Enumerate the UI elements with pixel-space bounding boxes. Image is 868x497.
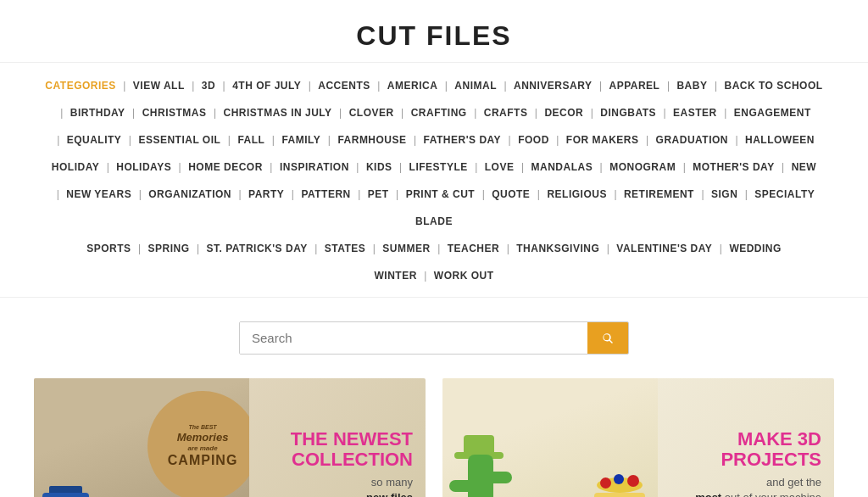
card-left-image: The BEST Memories are made CAMPING [34,378,249,497]
cards-section: The BEST Memories are made CAMPING THE N… [0,378,868,497]
nav-item-organization[interactable]: ORGANIZATION [148,188,231,200]
nav-item-thanksgiving[interactable]: THANKSGIVING [516,243,599,254]
card-left-text: THE NEWEST COLLECTION so many new files [237,378,426,497]
nav-item-family[interactable]: FAMILY [281,134,320,146]
nav-item-4th[interactable]: 4TH OF JULY [232,80,301,92]
nav-item-food[interactable]: FOOD [518,134,549,146]
cactus-bg [442,378,658,497]
camping-circle: The BEST Memories are made CAMPING [147,391,249,497]
nav-item-kids[interactable]: KIDS [366,161,392,173]
nav-item-mothersday[interactable]: MOTHER'S DAY [693,161,774,173]
nav-item-love[interactable]: LOVE [485,161,515,173]
card-left-heading: THE NEWEST COLLECTION [242,429,413,470]
nav-item-categories[interactable]: CATEGORIES [45,80,115,92]
nav-item-sign[interactable]: SIGN [711,188,737,200]
nav-item-halloween[interactable]: HALLOWEEN [745,134,815,146]
nav-item-america[interactable]: AMERICA [387,80,438,92]
search-button[interactable] [587,322,628,354]
nav-item-winter[interactable]: WINTER [374,270,416,282]
nav-item-viewall[interactable]: VIEW ALL [133,80,185,92]
nav-item-stpatricks[interactable]: ST. PATRICK'S DAY [207,243,308,254]
nav-item-clover[interactable]: CLOVER [349,107,394,119]
card-right-image [442,378,658,497]
nav-item-sports[interactable]: SPORTS [86,243,131,254]
page-title: CUT FILES [17,20,851,52]
nav-item-formakers[interactable]: FOR MAKERS [566,134,639,146]
nav-item-summer[interactable]: SUMMER [382,243,430,254]
nav-item-newyears[interactable]: NEW YEARS [66,188,131,200]
search-section [0,298,868,378]
nav-item-3d[interactable]: 3D [202,80,215,92]
search-container [239,321,629,355]
camping-bg: The BEST Memories are made CAMPING [34,378,249,497]
nav-item-retirement[interactable]: RETIREMENT [624,188,694,200]
hat-top [464,435,494,452]
nav-item-graduation[interactable]: GRADUATION [656,134,728,146]
nav-item-pet[interactable]: PET [368,188,389,200]
nav-item-engagement[interactable]: ENGAGEMENT [734,107,811,119]
nav-item-new[interactable]: NEW [792,161,817,173]
nav-sep: | [123,80,125,92]
card-right-subtext: and get the most out of your machine [650,475,821,497]
nav-item-printcut[interactable]: PRINT & CUT [406,188,476,200]
nav-item-inspiration[interactable]: INSPIRATION [280,161,349,173]
cactus-shape [468,455,493,497]
card-left-subtext: so many new files [242,475,413,497]
nav-item-monogram[interactable]: MONOGRAM [609,161,676,173]
nav-item-fathersday[interactable]: FATHER'S DAY [424,134,502,146]
nav-item-backtoschool[interactable]: BACK TO SCHOOL [725,80,823,92]
nav-item-farmhouse[interactable]: FARMHOUSE [337,134,406,146]
nav-item-workout[interactable]: WORK OUT [434,270,494,282]
nav-item-christmas[interactable]: CHRISTMAS [142,107,207,119]
card-newest-collection: The BEST Memories are made CAMPING THE N… [34,378,426,497]
page-title-section: CUT FILES [0,0,868,63]
nav-item-accents[interactable]: ACCENTS [318,80,370,92]
nav-item-states[interactable]: STATES [325,243,366,254]
nav-item-crafts[interactable]: CRAFTS [484,107,528,119]
search-icon [601,332,615,345]
nav-item-religious[interactable]: RELIGIOUS [547,188,607,200]
berry3 [600,477,611,489]
nav-item-spring[interactable]: SPRING [148,243,190,254]
nav-item-essentialoil[interactable]: ESSENTIAL OIL [138,134,220,146]
nav-item-valentines[interactable]: VALENTINE'S DAY [616,243,712,254]
nav-item-animal[interactable]: ANIMAL [454,80,497,92]
nav-item-apparel[interactable]: APPAREL [609,80,659,92]
camping-circle-text: The BEST Memories are made CAMPING [168,424,238,469]
nav-item-equality[interactable]: EQUALITY [67,134,122,146]
cooler-icon [42,493,89,497]
nav-item-anniversary[interactable]: ANNIVERSARY [514,80,592,92]
nav-item-fall[interactable]: FALL [237,134,264,146]
nav-item-party[interactable]: PARTY [248,188,284,200]
berry1 [627,475,639,487]
nav-item-pattern[interactable]: PATTERN [301,188,350,200]
nav-item-christmasinjuly[interactable]: CHRISTMAS IN JULY [224,107,332,119]
nav-item-baby[interactable]: BABY [676,80,707,92]
nav-item-easter[interactable]: EASTER [673,107,717,119]
nav-item-holiday[interactable]: HOLIDAY [52,161,99,173]
nav-item-holidays[interactable]: HOLIDAYS [116,161,171,173]
nav-item-wedding[interactable]: WEDDING [729,243,782,254]
nav-item-teacher[interactable]: TEACHER [448,243,500,254]
card-right-text: MAKE 3D PROJECTS and get the most out of… [646,378,834,497]
nav-item-homedecor[interactable]: HOME DECOR [188,161,263,173]
nav-item-quote[interactable]: QUOTE [492,188,530,200]
cake-shape [594,493,645,497]
card-3d-projects: MAKE 3D PROJECTS and get the most out of… [442,378,834,497]
card-right-heading: MAKE 3D PROJECTS [650,429,821,470]
nav-section: CATEGORIES | VIEW ALL | 3D | 4TH OF JULY… [0,63,868,298]
nav-item-birthday[interactable]: BIRTHDAY [70,107,125,119]
nav-item-mandalas[interactable]: MANDALAS [531,161,593,173]
search-input[interactable] [240,322,587,354]
nav-item-dingbats[interactable]: DINGBATS [600,107,656,119]
nav-item-lifestyle[interactable]: LIFESTYLE [409,161,468,173]
nav-item-decor[interactable]: DECOR [544,107,583,119]
nav-item-crafting[interactable]: CRAFTING [411,107,467,119]
berry2 [614,474,624,484]
